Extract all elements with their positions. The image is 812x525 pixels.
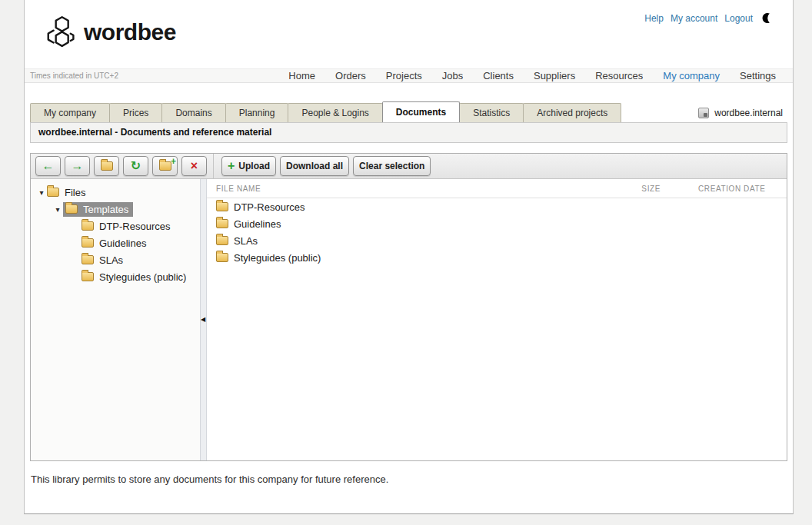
plus-icon: + xyxy=(171,156,176,167)
tab-archived-projects[interactable]: Archived projects xyxy=(523,103,621,122)
file-row-guidelines[interactable]: Guidelines xyxy=(207,215,787,232)
column-header-size[interactable]: SIZE xyxy=(599,184,661,193)
folder-icon xyxy=(82,221,94,231)
toolbar: ← → ↻ + × + Upload Do xyxy=(31,154,787,179)
company-icon xyxy=(698,108,709,118)
tab-context: wordbee.internal xyxy=(698,108,787,122)
upload-plus-icon: + xyxy=(228,160,235,172)
tree-item-guidelines[interactable]: Guidelines xyxy=(31,234,200,251)
nav-item-projects[interactable]: Projects xyxy=(386,70,422,81)
top-links: HelpMy accountLogout xyxy=(644,12,773,24)
open-folder-icon xyxy=(101,161,113,171)
tree-item-label: DTP-Resources xyxy=(99,221,170,232)
tab-documents[interactable]: Documents xyxy=(382,101,460,122)
collapse-handle-icon[interactable]: ◀ xyxy=(201,315,205,324)
tree-item-label: SLAs xyxy=(99,254,123,266)
arrow-left-icon: ← xyxy=(42,160,55,172)
selected-node[interactable]: Templates xyxy=(63,202,133,217)
folder-icon xyxy=(65,204,78,214)
folder-icon xyxy=(82,238,94,248)
delete-x-icon: × xyxy=(191,160,198,172)
tree-item-dtp-resources[interactable]: DTP-Resources xyxy=(31,218,200,234)
expander-triangle-icon[interactable]: ▾ xyxy=(52,205,63,214)
new-folder-button[interactable]: + xyxy=(152,156,178,176)
tree-item-slas[interactable]: SLAs xyxy=(31,251,200,268)
nav-item-my-company[interactable]: My company xyxy=(663,70,720,81)
nav-item-jobs[interactable]: Jobs xyxy=(442,70,463,81)
file-name: DTP-Resources xyxy=(234,201,304,213)
upload-label: Upload xyxy=(238,161,270,171)
folder-icon xyxy=(216,236,228,245)
clear-selection-button[interactable]: Clear selection xyxy=(353,156,431,176)
top-link-my-account[interactable]: My account xyxy=(671,13,717,24)
library-description: This library permits to store any docume… xyxy=(25,461,793,485)
timezone-note: Times indicated in UTC+2 xyxy=(30,71,118,80)
page-card: wordbee HelpMy accountLogout Times indic… xyxy=(24,0,794,514)
clear-selection-label: Clear selection xyxy=(359,161,424,171)
folder-tree: ▾Files▾TemplatesDTP-ResourcesGuidelinesS… xyxy=(31,179,200,460)
tab-people-logins[interactable]: People & Logins xyxy=(288,103,382,122)
file-list-header: FILE NAMESIZECREATION DATE xyxy=(207,179,787,198)
nav-item-settings[interactable]: Settings xyxy=(740,70,776,81)
page-title: wordbee.internal - Documents and referen… xyxy=(30,122,787,143)
file-name: SLAs xyxy=(234,235,258,247)
arrow-right-icon: → xyxy=(72,160,84,172)
expander-triangle-icon[interactable]: ▾ xyxy=(36,188,47,197)
top-link-help[interactable]: Help xyxy=(644,13,664,24)
company-context-label: wordbee.internal xyxy=(714,108,783,118)
tab-zone: My companyPricesDomainsPlanningPeople & … xyxy=(25,83,793,122)
column-header-file-name[interactable]: FILE NAME xyxy=(216,184,599,193)
tab-prices[interactable]: Prices xyxy=(109,103,162,122)
forward-button[interactable]: → xyxy=(65,156,90,176)
open-folder-button[interactable] xyxy=(94,156,119,176)
browser-panels: ▾Files▾TemplatesDTP-ResourcesGuidelinesS… xyxy=(31,179,787,460)
wordbee-hexagons-icon xyxy=(42,15,77,48)
tree-item-files[interactable]: ▾Files xyxy=(31,184,200,201)
tab-strip: My companyPricesDomainsPlanningPeople & … xyxy=(30,101,787,122)
folder-icon xyxy=(82,255,94,264)
file-row-styleguides-public[interactable]: Styleguides (public) xyxy=(207,249,787,266)
logo-text: wordbee xyxy=(84,19,176,45)
folder-icon xyxy=(82,272,94,281)
refresh-button[interactable]: ↻ xyxy=(123,156,148,176)
top-link-logout[interactable]: Logout xyxy=(724,13,753,24)
folder-icon xyxy=(47,188,59,197)
new-folder-icon xyxy=(159,161,171,171)
file-list: FILE NAMESIZECREATION DATE DTP-Resources… xyxy=(207,179,787,460)
back-button[interactable]: ← xyxy=(35,156,61,176)
nav-item-orders[interactable]: Orders xyxy=(335,70,366,81)
dark-mode-moon-icon[interactable] xyxy=(761,12,773,24)
header: wordbee HelpMy accountLogout xyxy=(25,0,793,68)
file-row-slas[interactable]: SLAs xyxy=(207,232,787,249)
tab-statistics[interactable]: Statistics xyxy=(459,103,524,122)
nav-item-home[interactable]: Home xyxy=(288,70,315,81)
nav-item-clients[interactable]: Clients xyxy=(483,70,514,81)
folder-icon xyxy=(216,253,228,262)
toolbar-divider xyxy=(213,154,214,179)
refresh-icon: ↻ xyxy=(131,160,141,172)
tree-item-label: Templates xyxy=(83,204,128,215)
wordbee-logo: wordbee xyxy=(42,15,176,48)
tree-item-styleguides-public[interactable]: Styleguides (public) xyxy=(31,268,200,285)
tree-item-templates[interactable]: ▾Templates xyxy=(31,201,200,218)
file-name: Guidelines xyxy=(234,218,281,230)
delete-button[interactable]: × xyxy=(181,156,207,176)
tab-my-company[interactable]: My company xyxy=(30,103,110,122)
panel-splitter[interactable]: ◀ xyxy=(200,179,207,460)
nav-item-suppliers[interactable]: Suppliers xyxy=(534,70,575,81)
document-browser: ← → ↻ + × + Upload Do xyxy=(30,153,787,461)
upload-button[interactable]: + Upload xyxy=(221,156,276,176)
tree-item-label: Guidelines xyxy=(99,238,146,249)
download-all-button[interactable]: Download all xyxy=(280,156,349,176)
folder-icon xyxy=(216,202,228,211)
utility-bar: Times indicated in UTC+2 HomeOrdersProje… xyxy=(25,68,793,83)
column-header-creation-date[interactable]: CREATION DATE xyxy=(661,184,787,193)
file-row-dtp-resources[interactable]: DTP-Resources xyxy=(207,198,787,215)
download-all-label: Download all xyxy=(286,161,343,171)
main-nav: HomeOrdersProjectsJobsClientsSuppliersRe… xyxy=(288,70,785,81)
nav-item-resources[interactable]: Resources xyxy=(595,70,643,81)
tab-domains[interactable]: Domains xyxy=(161,103,225,122)
file-name: Styleguides (public) xyxy=(234,252,321,264)
tree-item-label: Styleguides (public) xyxy=(99,271,186,283)
tab-planning[interactable]: Planning xyxy=(225,103,289,122)
